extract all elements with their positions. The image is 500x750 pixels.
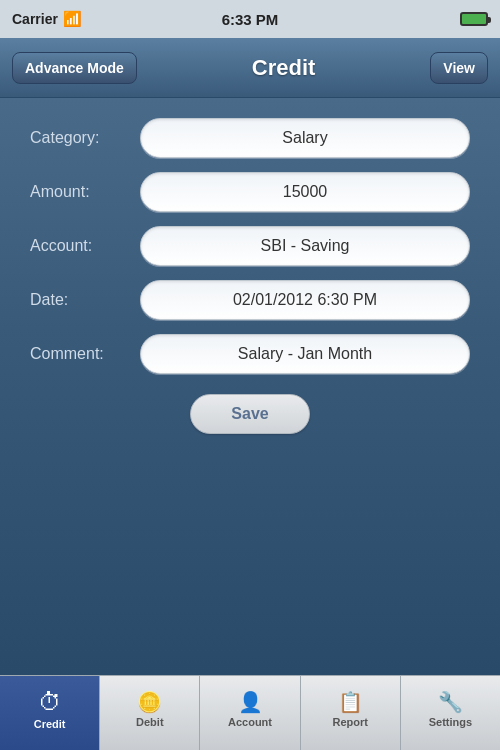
debit-tab-label: Debit — [136, 716, 164, 728]
carrier-text: Carrier — [12, 11, 58, 27]
comment-input[interactable]: Salary - Jan Month — [140, 334, 470, 374]
battery-icon — [460, 12, 488, 26]
save-button[interactable]: Save — [190, 394, 309, 434]
tab-account[interactable]: 👤 Account — [200, 676, 299, 750]
comment-label: Comment: — [30, 345, 130, 363]
tab-report[interactable]: 📋 Report — [301, 676, 400, 750]
nav-bar: Advance Mode Credit View — [0, 38, 500, 98]
wifi-icon: 📶 — [63, 10, 82, 28]
account-row: Account: SBI - Saving — [30, 226, 470, 266]
settings-tab-label: Settings — [429, 716, 472, 728]
amount-label: Amount: — [30, 183, 130, 201]
date-label: Date: — [30, 291, 130, 309]
tab-bar: ⏱ Credit 🪙 Debit 👤 Account 📋 Report 🔧 Se… — [0, 675, 500, 750]
amount-input[interactable]: 15000 — [140, 172, 470, 212]
category-input[interactable]: Salary — [140, 118, 470, 158]
settings-tab-icon: 🔧 — [438, 692, 463, 712]
carrier-label: Carrier 📶 — [12, 10, 82, 28]
date-row: Date: 02/01/2012 6:30 PM — [30, 280, 470, 320]
main-content: Category: Salary Amount: 15000 Account: … — [0, 98, 500, 675]
credit-tab-icon: ⏱ — [38, 690, 62, 714]
report-tab-icon: 📋 — [338, 692, 363, 712]
status-bar: Carrier 📶 6:33 PM — [0, 0, 500, 38]
tab-debit[interactable]: 🪙 Debit — [100, 676, 199, 750]
credit-tab-label: Credit — [34, 718, 66, 730]
advance-mode-button[interactable]: Advance Mode — [12, 52, 137, 84]
account-tab-label: Account — [228, 716, 272, 728]
tab-credit[interactable]: ⏱ Credit — [0, 676, 99, 750]
account-label: Account: — [30, 237, 130, 255]
amount-row: Amount: 15000 — [30, 172, 470, 212]
battery-indicator — [460, 12, 488, 26]
category-row: Category: Salary — [30, 118, 470, 158]
tab-settings[interactable]: 🔧 Settings — [401, 676, 500, 750]
category-label: Category: — [30, 129, 130, 147]
save-row: Save — [30, 394, 470, 434]
comment-row: Comment: Salary - Jan Month — [30, 334, 470, 374]
date-input[interactable]: 02/01/2012 6:30 PM — [140, 280, 470, 320]
report-tab-label: Report — [332, 716, 367, 728]
account-tab-icon: 👤 — [238, 692, 263, 712]
time-label: 6:33 PM — [222, 11, 279, 28]
nav-title: Credit — [252, 55, 316, 81]
account-input[interactable]: SBI - Saving — [140, 226, 470, 266]
view-button[interactable]: View — [430, 52, 488, 84]
debit-tab-icon: 🪙 — [137, 692, 162, 712]
